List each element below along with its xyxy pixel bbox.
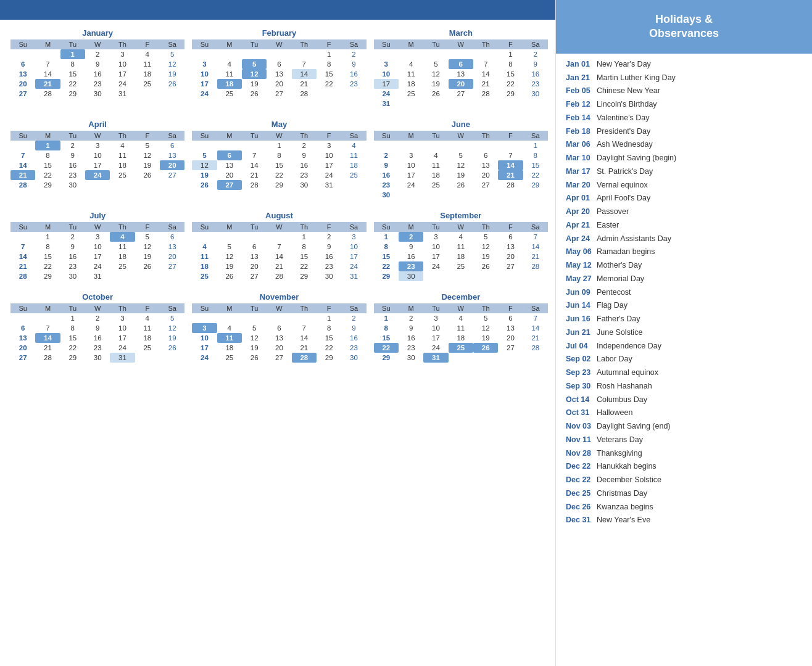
calendar-day: 20 bbox=[160, 160, 184, 170]
calendar-day: 11 bbox=[423, 160, 448, 170]
calendar-day: 3 bbox=[110, 313, 135, 323]
calendar-day: 3 bbox=[85, 232, 110, 242]
calendar-day: 10 bbox=[110, 323, 135, 333]
calendar-day: 29 bbox=[60, 89, 85, 99]
holiday-name: Admin Assistants Day bbox=[597, 233, 671, 245]
holiday-date: Dec 22 bbox=[566, 461, 597, 472]
day-header: Sa bbox=[523, 39, 548, 49]
calendar-day bbox=[423, 99, 448, 109]
calendar-day: 26 bbox=[160, 343, 184, 353]
calendar-day: 6 bbox=[267, 59, 291, 69]
holiday-name: Chinese New Year bbox=[597, 85, 660, 97]
day-header: M bbox=[35, 131, 60, 141]
calendar-day: 8 bbox=[374, 323, 399, 333]
calendar-day: 27 bbox=[242, 271, 267, 281]
calendar-day: 14 bbox=[267, 252, 291, 261]
calendar-day: 6 bbox=[10, 323, 35, 333]
calendar-day: 13 bbox=[242, 252, 267, 261]
calendar-day: 30 bbox=[374, 190, 399, 200]
day-header: M bbox=[217, 222, 242, 232]
calendar-day bbox=[374, 49, 399, 59]
calendar-day bbox=[399, 190, 423, 200]
calendar-day: 5 bbox=[192, 150, 217, 160]
day-header: Tu bbox=[423, 222, 448, 232]
calendar-day: 4 bbox=[217, 323, 242, 333]
holiday-item: Jun 09Pentecost bbox=[566, 287, 805, 298]
calendar-day: 1 bbox=[374, 313, 399, 323]
calendar-day: 4 bbox=[135, 49, 160, 59]
holiday-name: December Solstice bbox=[597, 474, 661, 486]
holiday-item: Jan 01New Year's Day bbox=[566, 59, 805, 70]
holiday-date: Sep 30 bbox=[566, 380, 597, 392]
calendar-day: 9 bbox=[341, 323, 366, 333]
holiday-name: Autumnal equinox bbox=[597, 367, 658, 379]
holiday-date: Jan 21 bbox=[566, 72, 597, 84]
holiday-item: Oct 14Columbus Day bbox=[566, 394, 805, 406]
calendar-day: 10 bbox=[85, 242, 110, 252]
day-header: Tu bbox=[60, 222, 85, 232]
calendar-day: 25 bbox=[135, 79, 160, 89]
month-table: SuMTuWThFSa12345678910111213141516171819… bbox=[192, 303, 366, 363]
holiday-name: Vernal equinox bbox=[597, 179, 648, 191]
calendar-day bbox=[449, 141, 473, 150]
calendar-day: 10 bbox=[423, 242, 448, 252]
calendar-day: 7 bbox=[267, 242, 291, 252]
calendar-day: 5 bbox=[217, 242, 242, 252]
day-header: M bbox=[217, 39, 242, 49]
calendar-day: 27 bbox=[160, 170, 184, 180]
calendar-day: 2 bbox=[85, 313, 110, 323]
day-header: Sa bbox=[160, 222, 184, 232]
calendar-day: 2 bbox=[317, 232, 341, 242]
calendar-day: 7 bbox=[523, 313, 548, 323]
calendar-day bbox=[192, 141, 217, 150]
holiday-name: Martin Luther King Day bbox=[597, 72, 676, 84]
calendar-day bbox=[10, 232, 35, 242]
calendar-day: 16 bbox=[317, 252, 341, 261]
calendar-day: 30 bbox=[60, 180, 85, 190]
calendar-day bbox=[192, 49, 217, 59]
holiday-item: Mar 10Daylight Saving (begin) bbox=[566, 152, 805, 164]
calendar-day: 18 bbox=[110, 252, 135, 261]
calendar-day: 21 bbox=[292, 79, 317, 89]
calendar-day: 28 bbox=[35, 353, 60, 363]
calendar-day: 3 bbox=[399, 150, 423, 160]
calendar-day: 31 bbox=[317, 180, 341, 190]
calendar-day: 18 bbox=[217, 79, 242, 89]
calendar-day bbox=[473, 99, 498, 109]
calendar-day: 22 bbox=[267, 170, 291, 180]
month-title: June bbox=[374, 120, 548, 129]
calendar-day: 23 bbox=[523, 79, 548, 89]
month-title: February bbox=[192, 28, 366, 38]
calendar-day: 14 bbox=[523, 242, 548, 252]
day-header: F bbox=[317, 39, 341, 49]
calendar-day: 13 bbox=[473, 160, 498, 170]
calendar-day: 23 bbox=[374, 180, 399, 190]
calendar-day: 27 bbox=[160, 261, 184, 271]
calendar-day: 15 bbox=[267, 160, 291, 170]
calendar-day: 12 bbox=[160, 323, 184, 333]
calendar-day: 22 bbox=[292, 261, 317, 271]
calendar-day: 14 bbox=[35, 333, 60, 343]
calendar-day: 6 bbox=[267, 323, 291, 333]
day-header: Sa bbox=[341, 39, 366, 49]
calendar-day: 3 bbox=[110, 49, 135, 59]
year-header bbox=[0, 0, 555, 20]
holiday-item: Jun 21June Solstice bbox=[566, 327, 805, 339]
calendar-day: 14 bbox=[35, 69, 60, 79]
calendar-day: 3 bbox=[192, 59, 217, 69]
calendar-day: 16 bbox=[341, 69, 366, 79]
calendar-day: 11 bbox=[217, 69, 242, 79]
holiday-item: May 06Ramadan begins bbox=[566, 246, 805, 258]
calendar-day: 26 bbox=[423, 89, 448, 99]
calendar-day: 7 bbox=[10, 242, 35, 252]
month-august: AugustSuMTuWThFSa12345678910111213141516… bbox=[191, 208, 367, 284]
calendar-day: 28 bbox=[242, 180, 267, 190]
calendar-day bbox=[523, 99, 548, 109]
calendar-day bbox=[135, 89, 160, 99]
holiday-date: Mar 10 bbox=[566, 152, 597, 164]
calendar-day: 22 bbox=[498, 79, 523, 89]
month-table: SuMTuWThFSa12345678910111213141516171819… bbox=[374, 222, 548, 281]
calendar-day bbox=[267, 49, 291, 59]
calendar-day: 6 bbox=[473, 150, 498, 160]
main-container: JanuarySuMTuWThFSa1234567891011121314151… bbox=[0, 0, 812, 666]
